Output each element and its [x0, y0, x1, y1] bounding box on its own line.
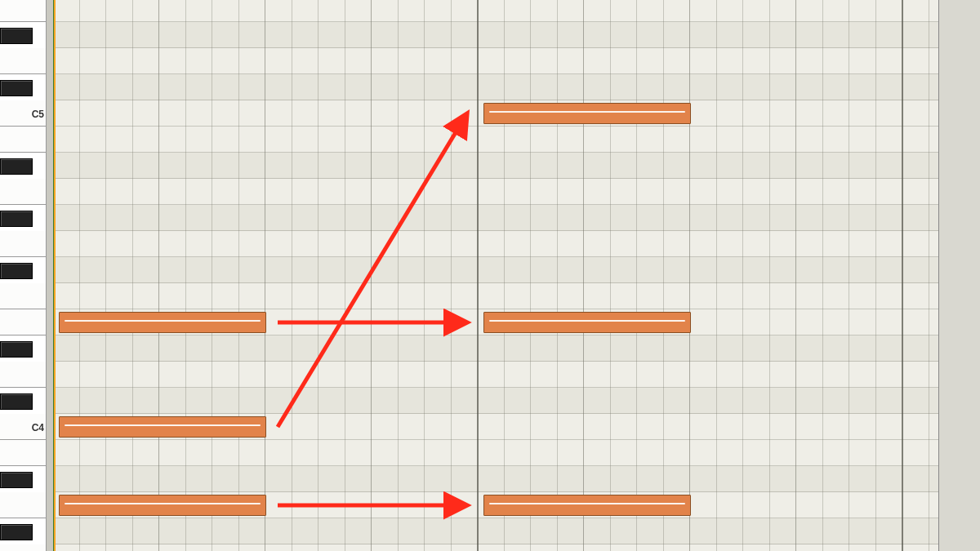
pitch-lane[interactable] [52, 518, 980, 544]
white-key[interactable] [0, 544, 46, 551]
midi-note[interactable] [483, 312, 691, 333]
pitch-lane[interactable] [52, 179, 980, 205]
pitch-lane[interactable] [52, 74, 980, 100]
grid-line [238, 0, 239, 551]
grid-line [398, 0, 399, 551]
grid-line [530, 0, 531, 551]
grid-line [769, 0, 770, 551]
midi-note[interactable] [483, 495, 691, 516]
black-key[interactable] [0, 158, 33, 175]
white-key[interactable] [0, 283, 46, 309]
piano-keyboard[interactable]: C5C4 [0, 0, 53, 551]
midi-note[interactable] [59, 416, 266, 438]
beat-line [689, 0, 690, 551]
grid-line [875, 0, 876, 551]
pitch-lane[interactable] [52, 153, 980, 179]
white-key[interactable] [0, 362, 46, 388]
bar-line [477, 0, 479, 551]
pitch-lane[interactable] [52, 127, 980, 153]
black-key[interactable] [0, 341, 33, 358]
pitch-lane[interactable] [52, 231, 980, 257]
white-key[interactable] [0, 48, 46, 74]
pitch-lane[interactable] [52, 362, 980, 388]
octave-label: C4 [2, 422, 46, 433]
beat-line [583, 0, 584, 551]
pitch-lane[interactable] [52, 48, 980, 74]
white-key[interactable] [0, 440, 46, 466]
grid-line [929, 0, 929, 551]
black-key[interactable] [0, 211, 33, 227]
octave-label: C5 [2, 109, 46, 120]
pitch-lane[interactable] [52, 466, 980, 492]
grid-end-zone [938, 0, 980, 551]
midi-note[interactable] [59, 495, 266, 516]
midi-note[interactable] [59, 312, 266, 333]
grid-line [822, 0, 823, 551]
pitch-lane[interactable] [52, 283, 980, 309]
key-label-strip [46, 0, 53, 551]
grid-line [318, 0, 318, 551]
grid-line [663, 0, 664, 551]
pitch-lane[interactable] [52, 388, 980, 414]
black-key[interactable] [0, 472, 33, 488]
beat-line [795, 0, 796, 551]
grid-line [185, 0, 186, 551]
black-key[interactable] [0, 263, 33, 279]
pitch-lane[interactable] [52, 335, 980, 362]
pitch-lane[interactable] [52, 440, 980, 466]
grid-line [345, 0, 345, 551]
black-key[interactable] [0, 393, 33, 410]
beat-line [265, 0, 265, 551]
beat-line [371, 0, 372, 551]
grid-line [742, 0, 743, 551]
white-key[interactable] [0, 492, 46, 518]
grid-line [716, 0, 717, 551]
grid-line [105, 0, 106, 551]
white-key[interactable] [0, 231, 46, 257]
pitch-lane[interactable] [52, 22, 980, 48]
beat-line [158, 0, 159, 551]
white-key[interactable] [0, 127, 46, 153]
piano-roll-editor: C5C4 [0, 0, 980, 551]
pitch-lane[interactable] [52, 205, 980, 231]
white-key[interactable] [0, 179, 46, 205]
black-key[interactable] [0, 28, 33, 44]
white-key[interactable] [0, 0, 46, 22]
grid-line [636, 0, 637, 551]
pitch-lane[interactable] [52, 0, 980, 22]
black-key[interactable] [0, 524, 33, 540]
black-key[interactable] [0, 80, 33, 96]
grid-line [79, 0, 80, 551]
grid-line [212, 0, 212, 551]
bar-line [902, 0, 903, 551]
pitch-lane[interactable] [52, 544, 980, 551]
grid-line [424, 0, 425, 551]
note-grid[interactable] [52, 0, 980, 551]
grid-line [557, 0, 558, 551]
grid-line [292, 0, 292, 551]
grid-line [451, 0, 452, 551]
grid-line [132, 0, 133, 551]
pitch-lane[interactable] [52, 257, 980, 283]
grid-line [849, 0, 849, 551]
grid-line [610, 0, 611, 551]
midi-note[interactable] [483, 103, 691, 124]
white-key[interactable] [0, 309, 46, 335]
grid-line [504, 0, 505, 551]
